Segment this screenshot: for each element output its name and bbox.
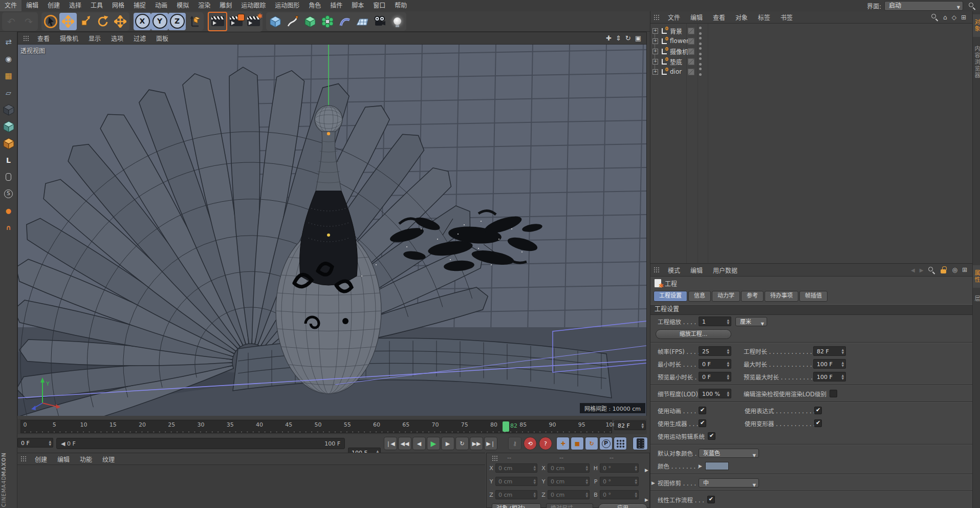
use-motion-system-checkbox[interactable]: ✔ bbox=[708, 432, 715, 440]
dock-tab-属性[interactable]: 属性 bbox=[973, 265, 980, 288]
redo-button[interactable]: ↷ bbox=[20, 13, 37, 30]
position-Z-field[interactable]: 0 cm▲▼ bbox=[495, 490, 537, 499]
current-frame-field[interactable]: 82 F▲▼ bbox=[614, 420, 646, 430]
spline-pen-button[interactable] bbox=[284, 13, 301, 30]
points-mode-button[interactable] bbox=[1, 101, 16, 117]
move-button[interactable] bbox=[59, 13, 77, 30]
perspective-viewport[interactable]: 查看摄像机显示选项过滤面板✚⇕↻▣ 透视视图 Y 网格间距 : 10000 cm bbox=[17, 32, 647, 416]
size-X-field[interactable]: 0 cm▲▼ bbox=[548, 463, 590, 473]
use-expressions-checkbox[interactable]: ✔ bbox=[814, 407, 822, 414]
mograph-cloner-button[interactable] bbox=[319, 13, 336, 30]
viewport-canvas[interactable]: 透视视图 Y 网格间距 : 10000 cm bbox=[18, 45, 646, 416]
object-row-flower[interactable]: +flower bbox=[650, 36, 972, 46]
expand-toggle[interactable]: + bbox=[652, 28, 658, 34]
visibility-dots[interactable] bbox=[699, 68, 702, 76]
coord-expander-icon[interactable]: ▶ bbox=[645, 497, 648, 502]
view-clipping-dropdown[interactable]: 中▼ bbox=[699, 478, 759, 488]
menu-帮助[interactable]: 帮助 bbox=[390, 0, 411, 11]
visibility-dots[interactable] bbox=[699, 27, 702, 35]
menu-脚本[interactable]: 脚本 bbox=[347, 0, 368, 11]
current-frame-marker[interactable] bbox=[503, 421, 509, 432]
timeline-ruler-bar[interactable]: 0510152025303540455055606570758085909510… bbox=[17, 419, 647, 434]
expand-toggle[interactable]: + bbox=[652, 38, 658, 44]
preview-min-time-field[interactable]: 0 F▲▼ bbox=[699, 372, 731, 382]
coordinates-grip[interactable] bbox=[492, 455, 498, 461]
layer-toggle[interactable] bbox=[688, 28, 694, 34]
viewport-menu-查看[interactable]: 查看 bbox=[32, 34, 55, 43]
zoom-icon[interactable]: ⇕ bbox=[616, 34, 621, 42]
search-icon[interactable] bbox=[928, 266, 935, 274]
layer-toggle[interactable] bbox=[688, 38, 694, 45]
project-scale-unit-dropdown[interactable]: 厘米▼ bbox=[735, 317, 767, 326]
forward-icon[interactable]: ▶ bbox=[920, 267, 924, 273]
play-button[interactable]: ▶ bbox=[427, 437, 440, 450]
frame-ruler[interactable]: 0510152025303540455055606570758085909510… bbox=[20, 420, 612, 433]
material-menu-纹理[interactable]: 纹理 bbox=[97, 455, 120, 463]
viewport-menu-选项[interactable]: 选项 bbox=[106, 34, 128, 43]
menu-选择[interactable]: 选择 bbox=[64, 0, 86, 11]
interface-dropdown[interactable]: 启动▼ bbox=[884, 1, 963, 11]
axis-z-button[interactable]: Z bbox=[168, 13, 186, 30]
prev-key-button[interactable]: ◀◀ bbox=[398, 437, 411, 450]
render-settings-button[interactable]: ✱ bbox=[245, 13, 262, 30]
goto-end-button[interactable]: ▶❘ bbox=[484, 437, 497, 450]
position-Y-field[interactable]: 0 cm▲▼ bbox=[495, 477, 537, 486]
rotation-P-field[interactable]: 0 °▲▼ bbox=[600, 477, 639, 486]
viewport-menu-面板[interactable]: 面板 bbox=[151, 34, 173, 43]
position-X-field[interactable]: 0 cm▲▼ bbox=[495, 463, 537, 473]
viewport-menu-过滤[interactable]: 过滤 bbox=[128, 34, 151, 43]
object-row-垫底[interactable]: +垫底 bbox=[650, 56, 972, 67]
om-menu-对象[interactable]: 对象 bbox=[730, 13, 753, 22]
next-frame-button[interactable]: ▶ bbox=[441, 437, 454, 450]
layer-toggle[interactable] bbox=[688, 58, 694, 65]
om-menu-文件[interactable]: 文件 bbox=[663, 13, 685, 22]
material-menu-功能[interactable]: 功能 bbox=[75, 455, 97, 463]
expand-toggle[interactable]: + bbox=[652, 59, 658, 65]
primitive-cube-button[interactable] bbox=[267, 13, 284, 30]
size-mode-dropdown[interactable]: 绝对尺寸▼ bbox=[546, 503, 593, 508]
om-menu-查看[interactable]: 查看 bbox=[708, 13, 730, 22]
tab-帧插值[interactable]: 帧插值 bbox=[799, 291, 827, 302]
polygons-mode-button[interactable] bbox=[1, 135, 16, 151]
render-view-button[interactable] bbox=[208, 12, 227, 31]
object-row-摄像机[interactable]: +摄像机 bbox=[650, 46, 972, 56]
object-tree[interactable]: +背景+flower+摄像机+垫底+dior bbox=[650, 24, 972, 263]
tab-参考[interactable]: 参考 bbox=[741, 291, 764, 302]
back-icon[interactable]: ◀ bbox=[911, 267, 915, 273]
enable-axis-button[interactable]: L bbox=[1, 152, 16, 168]
menu-文件[interactable]: 文件 bbox=[0, 0, 21, 11]
snap-settings-button[interactable]: S bbox=[1, 186, 16, 202]
texture-mode-button[interactable]: ▦ bbox=[1, 68, 16, 83]
autokey-help-button[interactable]: ? bbox=[539, 437, 552, 450]
om-menu-编辑[interactable]: 编辑 bbox=[685, 13, 708, 22]
quantize-button[interactable]: ● bbox=[1, 203, 16, 219]
menu-创建[interactable]: 创建 bbox=[43, 0, 64, 11]
axis-y-button[interactable]: Y bbox=[151, 13, 168, 30]
project-scale-field[interactable]: 1▲▼ bbox=[699, 316, 731, 326]
attribute-grip[interactable] bbox=[654, 267, 660, 273]
filter-icon[interactable]: ◇ bbox=[952, 14, 956, 21]
menu-渲染[interactable]: 渲染 bbox=[193, 0, 215, 11]
expand-toggle[interactable]: + bbox=[652, 69, 658, 75]
viewport-menu-显示[interactable]: 显示 bbox=[83, 34, 106, 43]
menu-雕刻[interactable]: 雕刻 bbox=[215, 0, 236, 11]
key-position-toggle[interactable]: ✚ bbox=[556, 437, 570, 450]
expander-icon[interactable]: ▶ bbox=[651, 480, 658, 485]
viewport-grip[interactable] bbox=[23, 35, 29, 41]
edges-mode-button[interactable] bbox=[1, 118, 16, 134]
undo-button[interactable]: ↶ bbox=[3, 13, 20, 30]
color-expander-icon[interactable]: ▶ bbox=[699, 463, 702, 469]
menu-插件[interactable]: 插件 bbox=[325, 0, 347, 11]
key-point-level-toggle[interactable] bbox=[614, 437, 627, 450]
rotation-B-field[interactable]: 0 °▲▼ bbox=[600, 490, 639, 499]
motion-clip-button[interactable] bbox=[633, 437, 648, 450]
project-duration-field[interactable]: 82 F▲▼ bbox=[813, 346, 846, 356]
coordinate-system-button[interactable] bbox=[186, 13, 203, 30]
menu-角色[interactable]: 角色 bbox=[304, 0, 325, 11]
material-grip[interactable] bbox=[20, 456, 27, 462]
preview-max-time-field[interactable]: 100 F▲▼ bbox=[813, 372, 846, 382]
expand-toggle[interactable]: + bbox=[652, 49, 658, 54]
dock-tab-内容浏览器[interactable]: 内容浏览器 bbox=[973, 40, 980, 84]
workplane-mode-button[interactable]: ▱ bbox=[1, 84, 16, 100]
bend-deformer-button[interactable] bbox=[336, 13, 354, 30]
